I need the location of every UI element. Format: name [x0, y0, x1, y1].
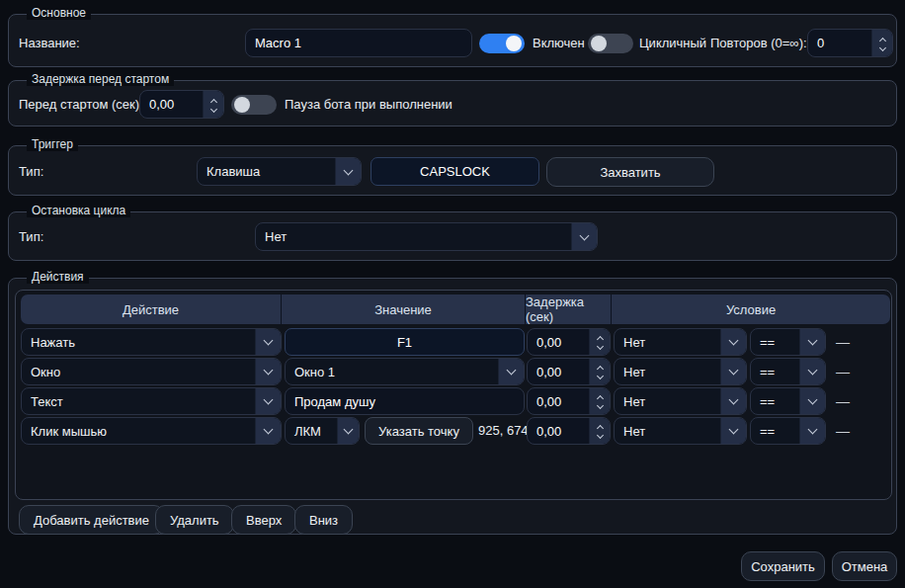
add-action-button[interactable]: Добавить действие: [19, 505, 164, 535]
delay-input[interactable]: [528, 388, 589, 414]
dropdown-arrow: [255, 388, 281, 414]
dropdown-arrow: [799, 418, 825, 444]
pick-point-button[interactable]: Указать точку: [365, 417, 473, 445]
action-value-select[interactable]: Окно 1: [285, 358, 525, 385]
action-type-select[interactable]: Клик мышью: [21, 417, 282, 445]
cyclic-label: Цикличный: [639, 29, 706, 57]
action-value-input[interactable]: [285, 387, 525, 415]
dropdown-arrow: [255, 418, 281, 444]
start-delay-input[interactable]: [140, 91, 203, 118]
chevron-down-icon[interactable]: [596, 373, 603, 379]
trigger-type-label: Тип:: [19, 157, 43, 186]
start-delay-label: Перед стартом (сек):: [19, 90, 143, 119]
action-delay-spinner[interactable]: [527, 387, 611, 415]
header-condition: Условие: [612, 294, 890, 324]
dropdown-arrow: [799, 359, 825, 384]
header-action: Действие: [21, 294, 281, 324]
selected-value: Нет: [615, 424, 720, 439]
operator-select[interactable]: ==: [750, 387, 826, 415]
capture-button[interactable]: Захватить: [546, 157, 714, 187]
move-down-button[interactable]: Вниз: [294, 505, 353, 535]
repeats-input[interactable]: [808, 30, 871, 56]
chevron-down-icon: [729, 336, 739, 346]
loop-stop-group-title: Остановка цикла: [27, 204, 130, 217]
selected-value: ==: [751, 365, 799, 379]
cyclic-toggle[interactable]: [588, 34, 633, 53]
dropdown-arrow: [571, 223, 597, 250]
start-delay-group: Задержка перед стартом Перед стартом (се…: [8, 80, 897, 126]
chevron-down-icon[interactable]: [596, 402, 603, 409]
name-input[interactable]: [245, 29, 472, 57]
selected-value: Нет: [615, 394, 720, 409]
action-delay-spinner[interactable]: [527, 417, 611, 445]
toggle-knob: [234, 97, 250, 113]
header-value: Значение: [282, 294, 525, 324]
condition-select[interactable]: Нет: [614, 358, 747, 385]
selected-value: Нет: [256, 229, 571, 244]
dropdown-arrow: [255, 359, 281, 384]
chevron-down-icon: [580, 230, 590, 240]
macro-editor-window: { "colors": { "accent": "#2f80f2" }, "ma…: [0, 0, 905, 588]
pause-bot-toggle[interactable]: [231, 95, 277, 115]
condition-select[interactable]: Нет: [614, 417, 747, 445]
chevron-down-icon[interactable]: [596, 432, 603, 439]
action-value-keybox[interactable]: F1: [285, 328, 525, 356]
loop-stop-group: Остановка цикла Тип: Нет: [8, 211, 897, 261]
trigger-group-title: Триггер: [27, 137, 78, 151]
table-row[interactable]: Окно Окно 1 Нет == —: [16, 358, 891, 385]
dropdown-arrow: [720, 388, 746, 414]
dropdown-arrow: [720, 418, 746, 444]
chevron-down-icon: [729, 395, 739, 405]
delete-action-button[interactable]: Удалить: [155, 505, 234, 535]
mouse-button-select[interactable]: ЛКМ: [285, 417, 360, 445]
selected-value: ==: [751, 335, 799, 350]
enabled-toggle[interactable]: [479, 34, 525, 53]
chevron-down-icon: [344, 165, 354, 175]
cancel-button[interactable]: Отмена: [832, 551, 897, 581]
spinner-buttons: [589, 388, 610, 414]
actions-table-header: Действие Значение Задержка (сек) Условие: [21, 294, 890, 324]
action-type-select[interactable]: Нажать: [21, 328, 282, 356]
chevron-down-icon[interactable]: [209, 105, 216, 112]
save-button[interactable]: Сохранить: [741, 551, 825, 581]
trigger-type-select[interactable]: Клавиша: [197, 157, 362, 186]
action-type-select[interactable]: Окно: [21, 358, 282, 385]
repeats-label: Повторов (0=∞):: [710, 29, 807, 57]
condition-select[interactable]: Нет: [614, 328, 747, 356]
condition-select[interactable]: Нет: [614, 387, 747, 415]
chevron-down-icon: [808, 425, 818, 435]
point-coordinates: 925, 674: [478, 417, 529, 445]
delay-input[interactable]: [528, 359, 589, 384]
dropdown-arrow: [720, 329, 746, 355]
chevron-down-icon: [808, 395, 818, 405]
selected-value: Нет: [615, 365, 720, 379]
delay-input[interactable]: [528, 329, 589, 355]
loop-stop-type-select[interactable]: Нет: [255, 222, 598, 251]
chevron-down-icon[interactable]: [596, 343, 603, 350]
selected-value: Нет: [615, 335, 720, 350]
table-row[interactable]: Текст Нет == —: [16, 387, 891, 415]
action-type-select[interactable]: Текст: [21, 387, 282, 415]
chevron-down-icon: [808, 366, 818, 376]
operator-select[interactable]: ==: [750, 328, 826, 356]
chevron-down-icon[interactable]: [878, 43, 885, 50]
chevron-down-icon: [264, 425, 274, 435]
chevron-down-icon: [729, 366, 739, 376]
trigger-key-box[interactable]: CAPSLOCK: [370, 157, 539, 186]
delay-input[interactable]: [528, 418, 589, 444]
table-row[interactable]: Нажать F1 Нет == —: [16, 328, 891, 356]
repeats-spinner[interactable]: [807, 29, 893, 57]
action-delay-spinner[interactable]: [527, 358, 611, 385]
table-row[interactable]: Клик мышью ЛКМ Указать точку 925, 674 Не…: [16, 417, 891, 445]
start-delay-spinner[interactable]: [139, 90, 224, 119]
action-delay-spinner[interactable]: [527, 328, 611, 356]
dropdown-arrow: [335, 158, 361, 185]
operator-select[interactable]: ==: [750, 358, 826, 385]
chevron-down-icon: [729, 425, 739, 435]
operator-select[interactable]: ==: [750, 417, 826, 445]
spinner-buttons: [589, 329, 610, 355]
move-up-button[interactable]: Вверх: [231, 505, 296, 535]
selected-value: ==: [751, 424, 799, 439]
selected-value: Окно: [22, 365, 255, 379]
chevron-down-icon: [808, 336, 818, 346]
